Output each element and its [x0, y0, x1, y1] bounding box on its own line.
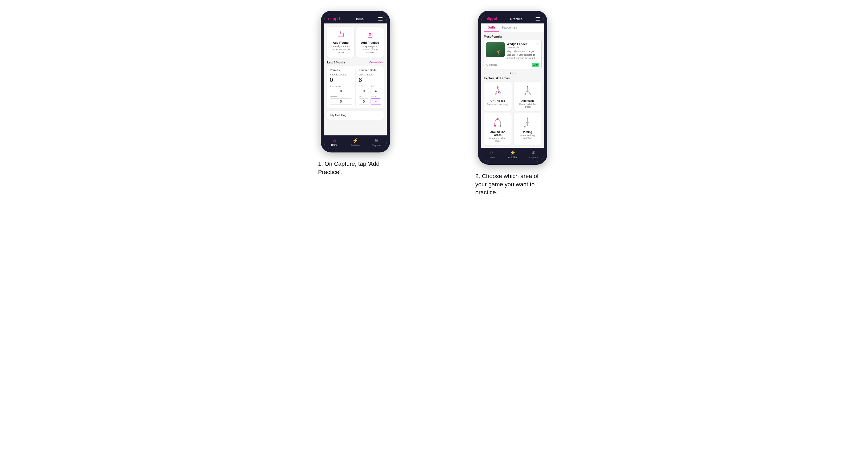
view-activity-link[interactable]: View Activity	[369, 61, 383, 64]
ott-value: 0	[359, 88, 369, 94]
arg-value: 0	[359, 98, 369, 105]
skill-title-ott: Off The Tee	[487, 99, 509, 102]
add-round-subtitle: Record your shots fast or enhanced mode	[329, 45, 352, 54]
app-badge: APP	[532, 63, 539, 67]
dot-3[interactable]	[515, 72, 516, 74]
chevron-right-icon: ›	[379, 113, 380, 117]
svg-point-2	[340, 31, 341, 33]
putting-icon	[521, 116, 534, 129]
app-logo-1: clippd	[328, 17, 340, 21]
pink-accent-bar	[540, 40, 541, 69]
caption-1: 1. On Capture, tap 'Add Practice'.	[318, 160, 393, 177]
nav-capture-2[interactable]: ⊕ Capture	[523, 150, 544, 159]
skill-subtitle-ott: Power and accuracy	[487, 103, 509, 105]
shots-count-text: 9 shots	[489, 63, 497, 66]
clock-icon: ⏱	[486, 63, 488, 66]
app-logo-2: clippd	[486, 17, 497, 21]
skill-card-around-green[interactable]: Around The Green Hone your short game	[484, 113, 512, 145]
nav-home-label-1: Home	[331, 144, 338, 146]
svg-point-24	[527, 118, 528, 119]
svg-point-27	[524, 126, 526, 127]
nav-activities-2[interactable]: ⚡ Activities	[502, 150, 523, 159]
tab-drills[interactable]: Drills	[485, 24, 499, 32]
stats-period: Last 3 Months	[327, 61, 345, 64]
stats-header: Last 3 Months View Activity	[327, 61, 383, 64]
svg-rect-3	[368, 32, 372, 37]
activities-icon-1: ⚡	[352, 137, 358, 144]
nav-home-label-2: Home	[488, 156, 495, 159]
tournament-value: 0	[330, 88, 352, 94]
skill-card-putting[interactable]: Putting Make and lag practice	[514, 113, 541, 145]
featured-info: ☆ Wedge Ladder 50–100 yds Play 1 shot at…	[507, 42, 539, 60]
featured-description: Play 1 shot at each target yardage. If y…	[507, 50, 539, 60]
skill-grid: Off The Tee Power and accuracy	[484, 82, 541, 145]
skill-card-approach[interactable]: Approach Dial-in to hit the green	[514, 82, 541, 111]
drills-capture-value: 8	[359, 76, 381, 84]
drills-title: Practice Drills	[359, 69, 381, 72]
skill-card-off-the-tee[interactable]: Off The Tee Power and accuracy	[484, 82, 512, 111]
bottom-nav-1: ⌂ Home ⚡ Activities ⊕ Capture	[324, 135, 387, 149]
featured-thumbnail	[486, 42, 505, 57]
phone-2: clippd Practice Drills Favourites Most P…	[478, 11, 547, 165]
arg-label: ARG	[359, 95, 369, 98]
drills-capture-label: Drills Capture	[359, 73, 381, 76]
approach-icon	[521, 85, 534, 98]
capture-icon-1: ⊕	[374, 137, 378, 144]
nav-activities-1[interactable]: ⚡ Activities	[345, 137, 366, 147]
svg-point-17	[527, 86, 528, 87]
app-title-1: Home	[354, 17, 364, 21]
nav-activities-label-1: Activities	[350, 144, 360, 147]
phone-1: clippd Home	[321, 11, 390, 153]
hamburger-icon-1[interactable]	[378, 17, 382, 21]
add-round-icon	[336, 30, 345, 39]
golf-bag-label: My Golf Bag	[330, 114, 347, 117]
featured-card[interactable]: ☆ Wedge Ladder 50–100 yds Play 1 shot at…	[484, 40, 541, 69]
app-header-2: clippd Practice	[481, 14, 544, 24]
nav-capture-1[interactable]: ⊕ Capture	[366, 137, 387, 147]
dot-2[interactable]	[512, 72, 514, 74]
most-popular-title: Most Popular	[484, 35, 541, 38]
carousel-dots	[484, 71, 541, 75]
practice-content: Most Popular ☆ Wedge Ladder 50–100 y	[481, 32, 544, 148]
nav-home-1[interactable]: ⌂ Home	[324, 137, 345, 147]
featured-card-inner: ☆ Wedge Ladder 50–100 yds Play 1 shot at…	[484, 40, 541, 62]
practice-label: Practice	[330, 95, 352, 98]
tab-favourites[interactable]: Favourites	[499, 24, 520, 32]
featured-title: Wedge Ladder	[507, 42, 539, 45]
skill-title-approach: Approach	[516, 99, 539, 102]
golf-bag-row[interactable]: My Golf Bag ›	[327, 111, 383, 120]
tournament-label: Tournament	[330, 85, 352, 87]
nav-home-2[interactable]: ⌂ Home	[481, 150, 502, 159]
featured-yardage: 50–100 yds	[507, 46, 539, 49]
stats-box: Rounds Rounds Capture 0 Tournament 0	[327, 66, 383, 108]
rounds-title: Rounds	[330, 69, 352, 72]
skill-title-putting: Putting	[516, 131, 539, 133]
skill-subtitle-approach: Dial-in to hit the green	[516, 103, 539, 108]
hamburger-icon-2[interactable]	[535, 17, 540, 21]
nav-activities-label-2: Activities	[508, 156, 518, 159]
phone-1-screen: clippd Home	[324, 14, 387, 149]
dot-1[interactable]	[510, 72, 511, 74]
rounds-col: Rounds Rounds Capture 0 Tournament 0	[330, 69, 352, 106]
skill-subtitle-putting: Make and lag practice	[516, 134, 539, 139]
nav-capture-label-1: Capture	[372, 144, 381, 147]
star-icon[interactable]: ☆	[536, 42, 539, 46]
add-practice-icon	[365, 30, 375, 39]
featured-card-wrap: ☆ Wedge Ladder 50–100 yds Play 1 shot at…	[484, 40, 541, 69]
svg-line-16	[525, 90, 528, 95]
ott-label: OTT	[359, 85, 369, 87]
practice-value: 0	[330, 98, 352, 105]
skill-title-atg: Around The Green	[487, 131, 509, 136]
add-round-card[interactable]: Add Round Record your shots fast or enha…	[327, 27, 354, 58]
putt-label: PUTT	[371, 95, 381, 98]
add-practice-title: Add Practice	[361, 41, 379, 44]
off-the-tee-icon	[491, 85, 504, 98]
skill-subtitle-atg: Hone your short game	[487, 137, 509, 142]
add-practice-card[interactable]: Add Practice Capture your practice off-t…	[356, 27, 383, 58]
app-label: APP	[371, 85, 381, 87]
svg-line-7	[496, 88, 498, 94]
svg-point-10	[498, 92, 499, 93]
action-cards: Add Round Record your shots fast or enha…	[327, 27, 383, 58]
caption-2: 2. Choose which area of your game you wa…	[475, 172, 550, 197]
capture-icon-2: ⊕	[532, 150, 535, 156]
